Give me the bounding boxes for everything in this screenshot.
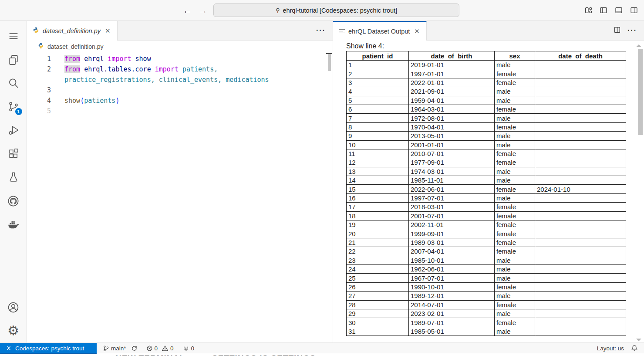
table-cell: male [495,256,535,264]
table-cell [535,149,626,158]
table-cell: 4 [347,87,409,96]
table-cell: 1970-04-01 [409,122,495,131]
breadcrumb[interactable]: dataset_definition.py [27,41,333,52]
hamburger-menu-icon[interactable] [3,24,24,48]
table-cell: male [495,309,535,318]
beaker-icon[interactable] [3,166,24,189]
table-row: 12019-01-01male [347,61,626,69]
customize-layout-icon[interactable] [585,7,592,14]
table-cell: 1985-10-01 [409,256,495,264]
breadcrumb-item: dataset_definition.py [47,43,103,50]
table-cell: 2010-07-01 [409,149,495,158]
toggle-primary-sidebar-icon[interactable] [600,7,607,14]
table-cell [535,61,626,69]
code-line: from ehrql.tables.core import patients, [64,64,269,75]
table-cell: female [495,158,535,167]
line-number: 1 [27,54,51,64]
tab-label: ehrQL Dataset Output [348,28,410,35]
table-cell: 1989-03-01 [409,238,495,247]
back-arrow-icon[interactable]: ← [183,6,192,15]
table-cell: 2019-01-01 [409,61,495,69]
table-cell: 2022-06-01 [409,185,495,193]
table-cell: 8 [347,122,409,131]
ports-icon [182,345,189,352]
remote-icon [6,345,12,351]
python-file-icon [33,27,39,35]
panel-tab-bar: ehrQL Dataset Output ✕ ··· [333,21,644,41]
explorer-icon[interactable] [3,48,24,71]
table-cell: 24 [347,264,409,273]
table-cell [535,220,626,229]
table-row: 292023-02-01male [347,309,626,318]
problems-status[interactable]: 0 0 [146,345,174,352]
table-cell: 19 [347,220,409,229]
table-cell: male [495,292,535,300]
table-cell: male [495,264,535,273]
clipped-background-page: NEW TERMINAL SETTINGS IS SETTINGS [0,353,644,356]
more-actions-icon[interactable]: ··· [627,27,637,34]
table-cell: male [495,114,535,122]
branch-status[interactable]: main* [103,345,138,352]
table-cell: female [495,229,535,238]
table-cell: 1964-03-01 [409,105,495,113]
table-cell [535,96,626,105]
table-cell: male [495,176,535,185]
branch-label: main* [111,345,126,352]
remote-indicator[interactable]: Codespaces: psychic trout [0,343,97,353]
table-cell [535,69,626,78]
table-cell: 2 [347,69,409,78]
ports-status[interactable]: 0 [182,345,195,352]
table-cell: male [495,274,535,282]
code-editor[interactable]: 12345 from ehrql import showfrom ehrql.t… [27,52,333,342]
run-debug-icon[interactable] [3,119,24,142]
account-icon[interactable] [3,295,24,319]
table-cell [535,176,626,185]
dataset-table: patient_id date_of_birth sex date_of_dea… [346,51,626,336]
output-panel-group: ehrQL Dataset Output ✕ ··· Show line 4: … [333,21,644,342]
table-row: 201999-09-01female [347,229,626,238]
extensions-icon[interactable] [3,142,24,166]
scroll-down-arrow-icon[interactable] [636,339,641,341]
more-actions-icon[interactable]: ··· [316,27,326,34]
dataset-output-content: Show line 4: patient_id date_of_birth se… [333,41,644,342]
split-editor-icon[interactable] [614,26,621,35]
toggle-secondary-sidebar-icon[interactable] [630,7,638,14]
table-cell: 1972-08-01 [409,114,495,122]
line-number: 3 [27,85,51,95]
table-cell [535,256,626,264]
toggle-panel-icon[interactable] [615,7,623,14]
line-number: 5 [27,106,51,116]
command-center-search[interactable]: ⚲ ehrql-tutorial [Codespaces: psychic tr… [213,3,459,17]
editor-scrollbar[interactable] [328,54,331,71]
table-cell: female [495,149,535,158]
source-control-badge: 1 [15,108,22,115]
column-header: sex [495,51,535,61]
tab-ehrql-dataset-output[interactable]: ehrQL Dataset Output ✕ [333,21,427,41]
table-cell: 11 [347,149,409,158]
table-cell: 1989-12-01 [409,292,495,300]
table-cell: 2007-04-01 [409,247,495,256]
scroll-up-arrow-icon[interactable] [636,44,641,47]
keyboard-layout-status[interactable]: Layout: us [597,345,624,352]
tab-dataset-definition[interactable]: dataset_definition.py ✕ [27,21,118,41]
github-icon[interactable] [3,189,24,213]
table-cell [535,132,626,140]
search-icon[interactable] [3,71,24,95]
table-cell: 18 [347,211,409,220]
table-row: 121977-09-01female [347,158,626,167]
table-row: 102001-01-01male [347,140,626,149]
table-cell: 9 [347,132,409,140]
code-lines: from ehrql import showfrom ehrql.tables.… [51,54,269,342]
code-line [64,85,269,95]
forward-arrow-icon[interactable]: → [199,6,207,15]
source-control-icon[interactable]: 1 [3,95,24,119]
docker-whale-icon[interactable] [3,213,24,236]
clipped-text-right: SETTINGS IS SETTINGS [212,354,316,356]
panel-scrollbar[interactable] [638,49,643,135]
table-cell: 1999-09-01 [409,229,495,238]
close-icon[interactable]: ✕ [413,27,421,35]
code-line: show(patients) [64,95,269,106]
gear-icon[interactable]: ⚙ [3,319,24,342]
table-cell: 7 [347,114,409,122]
close-icon[interactable]: ✕ [104,27,111,35]
